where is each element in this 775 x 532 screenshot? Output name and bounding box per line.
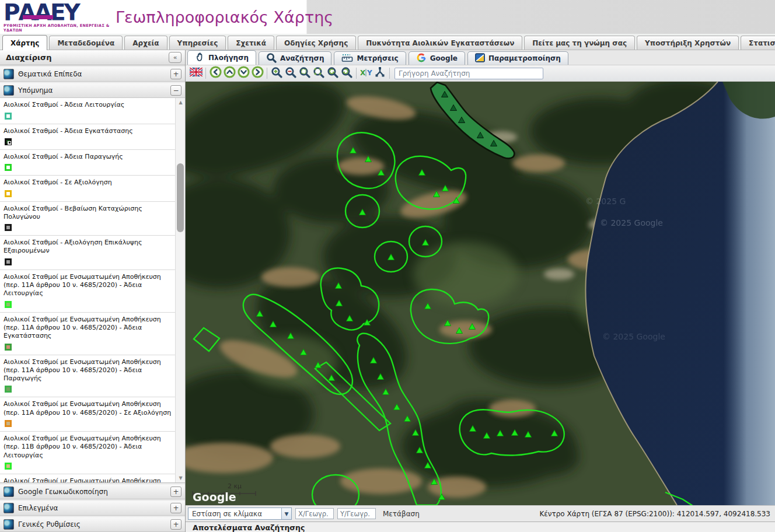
scrollbar-up-icon[interactable]: ▲	[176, 98, 185, 107]
tool-tab-3[interactable]: Μετρήσεις	[334, 51, 406, 65]
sidebar-bottom-panels: Google Γεωκωδικοποίηση + Επιλεγμένα + Γε…	[0, 483, 185, 532]
main-tab-2[interactable]: Μεταδεδομένα	[49, 36, 123, 50]
tool-tab-1[interactable]: Πλοήγηση	[187, 50, 256, 65]
legend-swatch-icon	[5, 386, 12, 393]
zoom-in-icon	[271, 66, 282, 80]
flag-button[interactable]	[189, 66, 203, 80]
tool-tab-4[interactable]: Google	[409, 51, 465, 65]
legend-label: Αιολικοί Σταθμοί με Ενσωματωμένη Αποθήκε…	[4, 358, 172, 383]
sidebar-collapse-button[interactable]: «	[169, 52, 181, 63]
sidebar-bottom-panel-1[interactable]: Google Γεωκωδικοποίηση +	[0, 484, 185, 499]
scrollbar-thumb[interactable]	[177, 163, 184, 232]
legend-swatch-icon	[5, 344, 12, 351]
zoom-extent-button[interactable]	[312, 66, 326, 80]
legend-label: Αιολικοί Σταθμοί - Άδεια Παραγωγής	[4, 153, 172, 161]
zoom-prev-button[interactable]	[326, 66, 340, 80]
search-results-header[interactable]: Αποτελέσματα Αναζήτησης	[186, 522, 775, 532]
expand-icon[interactable]: +	[170, 69, 181, 79]
main-tab-5[interactable]: Σχετικά	[228, 36, 274, 50]
map-thumbnail-icon	[4, 85, 14, 96]
legend-item-12: Αιολικοί Σταθμοί με Ενσωματωμένη Αποθήκε…	[0, 474, 175, 483]
main-tab-9[interactable]: Υποστήριξη Χρηστών	[637, 36, 739, 50]
map-viewport[interactable]: © 2025 G© 2025 Google© 2025 Google 2 κμ …	[186, 82, 775, 505]
tool-tab-label: Μετρήσεις	[357, 54, 398, 62]
xy-icon: XY	[359, 67, 372, 80]
legend-label: Αιολικοί Σταθμοί - Άδεια Εγκατάστασης	[4, 127, 172, 135]
main-tab-bar: ΧάρτηςΜεταδεδομέναΑρχείαΥπηρεσίεςΣχετικά…	[0, 34, 775, 50]
sidebar-bottom-panel-3[interactable]: Γενικές Ρυθμίσεις +	[0, 517, 185, 532]
google-watermark: © 2025 Google	[600, 218, 663, 228]
sidebar: Διαχείριση « Θεματικά Επίπεδα + Υπόμνημα…	[0, 50, 186, 532]
logo-subtitle: ΡΥΘΜΙΣΤΙΚΗ ΑΡΧΗ ΑΠΟΒΛΗΤΩΝ, ΕΝΕΡΓΕΙΑΣ & Υ…	[4, 23, 111, 33]
content-row: Διαχείριση « Θεματικά Επίπεδα + Υπόμνημα…	[0, 50, 775, 532]
panel-label: Επιλεγμένα	[18, 504, 170, 512]
legend-swatch-icon	[5, 258, 12, 265]
sidebar-bottom-panel-2[interactable]: Επιλεγμένα +	[0, 501, 185, 516]
map-thumbnail-icon	[4, 519, 14, 530]
map-center-coordinates: Κέντρο Χάρτη (ΕΓΣΑ 87 (EPSG:2100)): 4120…	[539, 510, 770, 518]
toolbar-separator	[267, 68, 267, 79]
main-tab-4[interactable]: Υπηρεσίες	[169, 36, 226, 50]
legend-item-5: Αιολικοί Σταθμοί - Βεβαίωση Καταχώρισης …	[0, 202, 175, 236]
zoom-out-button[interactable]	[284, 66, 298, 80]
legend-swatch-icon	[5, 420, 12, 427]
legend-label: Αιολικοί Σταθμοί - Βεβαίωση Καταχώρισης …	[4, 205, 172, 222]
tool-tab-label: Πλοήγηση	[208, 54, 249, 62]
scalebar-label: 2 κμ	[228, 482, 242, 490]
main-tab-1[interactable]: Χάρτης	[2, 35, 47, 50]
satellite-map[interactable]: © 2025 G© 2025 Google© 2025 Google 2 κμ …	[186, 82, 775, 505]
main-tab-6[interactable]: Οδηγίες Χρήσης	[276, 36, 356, 50]
page-title: Γεωπληροφοριακός Χάρτης	[116, 8, 333, 26]
chevron-down-icon: ▼	[281, 508, 291, 519]
zoom-prev-icon	[327, 66, 338, 80]
toolbar-separator	[356, 68, 357, 79]
zoom-box-icon	[299, 66, 310, 80]
main-tab-3[interactable]: Αρχεία	[124, 36, 167, 50]
legend-list: Αιολικοί Σταθμοί - Άδεια ΛειτουργίαςΑιολ…	[0, 98, 175, 483]
legend-label: Αιολικοί Σταθμοί με Ενσωματωμένη Αποθήκε…	[4, 316, 172, 341]
collapse-icon[interactable]: −	[170, 85, 181, 96]
pan-right-button[interactable]	[250, 66, 264, 80]
y-coordinate-input[interactable]	[337, 508, 376, 519]
zoom-next-button[interactable]	[340, 66, 354, 80]
expand-icon[interactable]: +	[170, 503, 181, 513]
go-to-button[interactable]: Μετάβαση	[383, 510, 420, 518]
pan-up-icon	[224, 66, 236, 80]
pan-up-button[interactable]	[222, 66, 236, 80]
pan-down-button[interactable]	[236, 66, 250, 80]
x-coordinate-input[interactable]	[295, 508, 334, 519]
zoom-in-button[interactable]	[270, 66, 284, 80]
map-thumbnail-icon	[4, 487, 14, 497]
xy-button[interactable]: XY	[359, 66, 373, 80]
tool-tab-2[interactable]: Αναζήτηση	[259, 51, 331, 65]
main-tab-10[interactable]: Στατιστικά Επισκεψιμότητας	[741, 36, 775, 50]
geo-map-app: ΡΑΑΕΥ ΡΥΘΜΙΣΤΙΚΗ ΑΡΧΗ ΑΠΟΒΛΗΤΩΝ, ΕΝΕΡΓΕΙ…	[0, 0, 775, 532]
expand-icon[interactable]: +	[170, 519, 181, 530]
route-button[interactable]	[373, 66, 387, 80]
main-tab-8[interactable]: Πείτε μας τη γνώμη σας	[524, 36, 635, 50]
expand-icon[interactable]: +	[170, 487, 181, 497]
sidebar-top-panel-1[interactable]: Θεματικά Επίπεδα +	[0, 66, 185, 82]
tool-tab-5[interactable]: Παραμετροποίηση	[467, 51, 568, 65]
zoom-scale-select[interactable]: Εστίαση σε κλίμακα ▼	[188, 508, 292, 520]
panel-label: Υπόμνημα	[18, 86, 170, 94]
legend-label: Αιολικοί Σταθμοί με Ενσωματωμένη Αποθήκε…	[4, 400, 172, 417]
zoom-out-icon	[285, 66, 296, 80]
pan-left-button[interactable]	[208, 66, 222, 80]
raaey-logo: ΡΑΑΕΥ ΡΥΘΜΙΣΤΙΚΗ ΑΡΧΗ ΑΠΟΒΛΗΤΩΝ, ΕΝΕΡΓΕΙ…	[0, 1, 111, 33]
zoom-extent-icon	[313, 66, 324, 80]
legend-item-7: Αιολικοί Σταθμοί με Ενσωματωμένη Αποθήκε…	[0, 270, 175, 313]
sidebar-top-panel-2[interactable]: Υπόμνημα −	[0, 83, 185, 98]
legend-item-3: Αιολικοί Σταθμοί - Άδεια Παραγωγής	[0, 150, 175, 176]
map-toolbar: XY	[186, 65, 775, 82]
legend-item-10: Αιολικοί Σταθμοί με Ενσωματωμένη Αποθήκε…	[0, 397, 175, 432]
scrollbar-down-icon[interactable]: ▼	[176, 474, 185, 482]
pan-left-icon	[210, 66, 222, 80]
quick-search-input[interactable]	[395, 68, 543, 79]
map-status-bar: Εστίαση σε κλίμακα ▼ Μετάβαση Κέντρο Χάρ…	[186, 505, 775, 522]
legend-item-9: Αιολικοί Σταθμοί με Ενσωματωμένη Αποθήκε…	[0, 355, 175, 398]
legend-swatch-icon	[5, 190, 12, 197]
main-tab-7[interactable]: Πυκνότητα Αιολικών Εγκαταστάσεων	[358, 36, 522, 50]
zoom-box-button[interactable]	[298, 66, 312, 80]
legend-scrollbar[interactable]: ▲ ▼	[175, 98, 185, 482]
